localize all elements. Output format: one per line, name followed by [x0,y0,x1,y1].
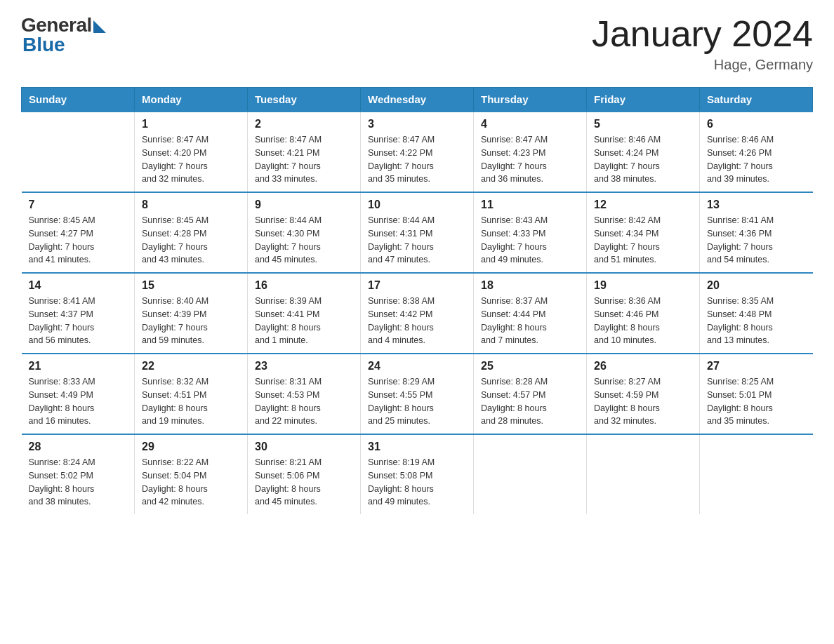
calendar-cell: 26Sunrise: 8:27 AMSunset: 4:59 PMDayligh… [587,354,700,434]
day-info: Sunrise: 8:43 AMSunset: 4:33 PMDaylight:… [481,214,579,267]
day-number: 30 [255,441,353,453]
title-block: January 2024 Hage, Germany [592,14,813,73]
day-info: Sunrise: 8:36 AMSunset: 4:46 PMDaylight:… [594,295,692,347]
day-number: 22 [142,360,240,373]
day-info: Sunrise: 8:37 AMSunset: 4:44 PMDaylight:… [481,295,579,347]
page-header: General Blue January 2024 Hage, Germany [21,14,813,73]
day-number: 20 [707,279,806,292]
day-info: Sunrise: 8:31 AMSunset: 4:53 PMDaylight:… [255,375,353,428]
day-info: Sunrise: 8:32 AMSunset: 4:51 PMDaylight:… [142,375,240,428]
day-number: 7 [29,199,128,211]
calendar-cell: 17Sunrise: 8:38 AMSunset: 4:42 PMDayligh… [361,273,474,354]
calendar-cell: 10Sunrise: 8:44 AMSunset: 4:31 PMDayligh… [361,192,474,273]
day-info: Sunrise: 8:38 AMSunset: 4:42 PMDaylight:… [368,295,466,347]
header-cell-friday: Friday [587,88,700,112]
week-row-5: 28Sunrise: 8:24 AMSunset: 5:02 PMDayligh… [22,434,813,514]
header-cell-wednesday: Wednesday [361,88,474,112]
day-number: 16 [255,279,353,292]
location: Hage, Germany [592,57,813,73]
logo-triangle-icon [93,20,106,33]
calendar-cell: 3Sunrise: 8:47 AMSunset: 4:22 PMDaylight… [361,112,474,192]
logo: General Blue [21,14,106,56]
calendar-cell: 15Sunrise: 8:40 AMSunset: 4:39 PMDayligh… [135,273,248,354]
day-info: Sunrise: 8:24 AMSunset: 5:02 PMDaylight:… [29,456,128,509]
day-number: 2 [255,118,353,130]
day-number: 14 [29,279,128,292]
day-number: 3 [368,118,466,130]
day-number: 25 [481,360,579,373]
day-number: 23 [255,360,353,373]
day-info: Sunrise: 8:47 AMSunset: 4:20 PMDaylight:… [142,133,240,186]
day-number: 4 [481,118,579,130]
calendar-cell: 1Sunrise: 8:47 AMSunset: 4:20 PMDaylight… [135,112,248,192]
day-number: 13 [707,199,806,211]
day-info: Sunrise: 8:33 AMSunset: 4:49 PMDaylight:… [29,375,128,428]
day-number: 11 [481,199,579,211]
month-title: January 2024 [592,14,813,54]
day-number: 1 [142,118,240,130]
calendar-cell: 29Sunrise: 8:22 AMSunset: 5:04 PMDayligh… [135,434,248,514]
day-info: Sunrise: 8:22 AMSunset: 5:04 PMDaylight:… [142,456,240,509]
calendar-cell: 2Sunrise: 8:47 AMSunset: 4:21 PMDaylight… [248,112,361,192]
week-row-2: 7Sunrise: 8:45 AMSunset: 4:27 PMDaylight… [22,192,813,273]
calendar-cell: 6Sunrise: 8:46 AMSunset: 4:26 PMDaylight… [700,112,813,192]
day-info: Sunrise: 8:21 AMSunset: 5:06 PMDaylight:… [255,456,353,509]
day-info: Sunrise: 8:40 AMSunset: 4:39 PMDaylight:… [142,295,240,347]
calendar-table: SundayMondayTuesdayWednesdayThursdayFrid… [21,87,813,514]
calendar-cell: 25Sunrise: 8:28 AMSunset: 4:57 PMDayligh… [474,354,587,434]
day-number: 21 [29,360,128,373]
calendar-cell: 14Sunrise: 8:41 AMSunset: 4:37 PMDayligh… [22,273,135,354]
day-info: Sunrise: 8:47 AMSunset: 4:22 PMDaylight:… [368,133,466,186]
calendar-cell: 23Sunrise: 8:31 AMSunset: 4:53 PMDayligh… [248,354,361,434]
calendar-cell: 4Sunrise: 8:47 AMSunset: 4:23 PMDaylight… [474,112,587,192]
day-info: Sunrise: 8:46 AMSunset: 4:24 PMDaylight:… [594,133,692,186]
calendar-cell: 16Sunrise: 8:39 AMSunset: 4:41 PMDayligh… [248,273,361,354]
day-number: 10 [368,199,466,211]
calendar-cell: 18Sunrise: 8:37 AMSunset: 4:44 PMDayligh… [474,273,587,354]
day-info: Sunrise: 8:44 AMSunset: 4:31 PMDaylight:… [368,214,466,267]
header-cell-monday: Monday [135,88,248,112]
day-info: Sunrise: 8:42 AMSunset: 4:34 PMDaylight:… [594,214,692,267]
day-number: 27 [707,360,806,373]
day-info: Sunrise: 8:28 AMSunset: 4:57 PMDaylight:… [481,375,579,428]
calendar-cell: 11Sunrise: 8:43 AMSunset: 4:33 PMDayligh… [474,192,587,273]
day-info: Sunrise: 8:25 AMSunset: 5:01 PMDaylight:… [707,375,806,428]
calendar-cell: 5Sunrise: 8:46 AMSunset: 4:24 PMDaylight… [587,112,700,192]
calendar-cell [474,434,587,514]
day-number: 28 [29,441,128,453]
day-number: 17 [368,279,466,292]
day-info: Sunrise: 8:45 AMSunset: 4:27 PMDaylight:… [29,214,128,267]
header-row: SundayMondayTuesdayWednesdayThursdayFrid… [22,88,813,112]
day-info: Sunrise: 8:45 AMSunset: 4:28 PMDaylight:… [142,214,240,267]
header-cell-saturday: Saturday [700,88,813,112]
calendar-cell: 31Sunrise: 8:19 AMSunset: 5:08 PMDayligh… [361,434,474,514]
calendar-cell: 22Sunrise: 8:32 AMSunset: 4:51 PMDayligh… [135,354,248,434]
day-number: 9 [255,199,353,211]
day-number: 15 [142,279,240,292]
day-number: 5 [594,118,692,130]
calendar-cell: 30Sunrise: 8:21 AMSunset: 5:06 PMDayligh… [248,434,361,514]
day-info: Sunrise: 8:27 AMSunset: 4:59 PMDaylight:… [594,375,692,428]
calendar-cell: 9Sunrise: 8:44 AMSunset: 4:30 PMDaylight… [248,192,361,273]
header-cell-thursday: Thursday [474,88,587,112]
calendar-cell: 28Sunrise: 8:24 AMSunset: 5:02 PMDayligh… [22,434,135,514]
calendar-cell: 13Sunrise: 8:41 AMSunset: 4:36 PMDayligh… [700,192,813,273]
day-number: 24 [368,360,466,373]
calendar-cell: 19Sunrise: 8:36 AMSunset: 4:46 PMDayligh… [587,273,700,354]
day-number: 19 [594,279,692,292]
week-row-3: 14Sunrise: 8:41 AMSunset: 4:37 PMDayligh… [22,273,813,354]
week-row-4: 21Sunrise: 8:33 AMSunset: 4:49 PMDayligh… [22,354,813,434]
calendar-cell [22,112,135,192]
day-info: Sunrise: 8:47 AMSunset: 4:23 PMDaylight:… [481,133,579,186]
day-number: 26 [594,360,692,373]
day-number: 18 [481,279,579,292]
header-cell-sunday: Sunday [22,88,135,112]
day-number: 29 [142,441,240,453]
calendar-cell: 8Sunrise: 8:45 AMSunset: 4:28 PMDaylight… [135,192,248,273]
calendar-cell: 24Sunrise: 8:29 AMSunset: 4:55 PMDayligh… [361,354,474,434]
logo-blue-text: Blue [22,34,65,56]
day-info: Sunrise: 8:41 AMSunset: 4:37 PMDaylight:… [29,295,128,347]
calendar-cell [587,434,700,514]
day-info: Sunrise: 8:41 AMSunset: 4:36 PMDaylight:… [707,214,806,267]
calendar-cell [700,434,813,514]
